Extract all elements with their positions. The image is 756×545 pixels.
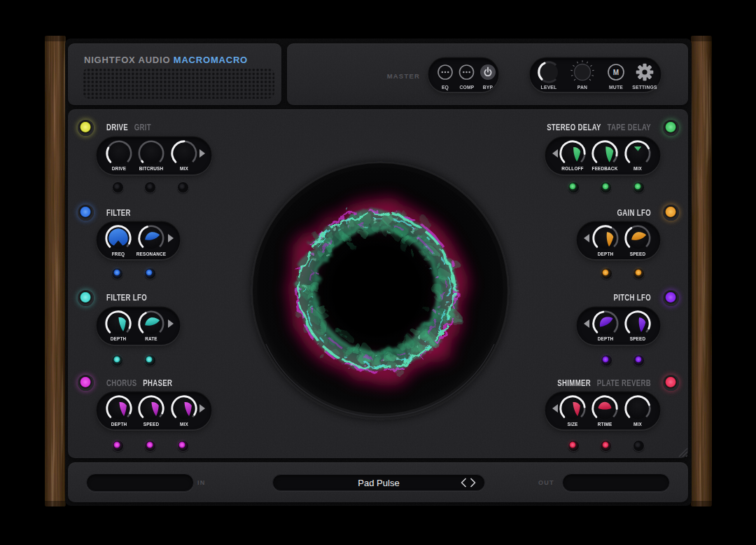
svg-text:M: M: [613, 69, 619, 76]
